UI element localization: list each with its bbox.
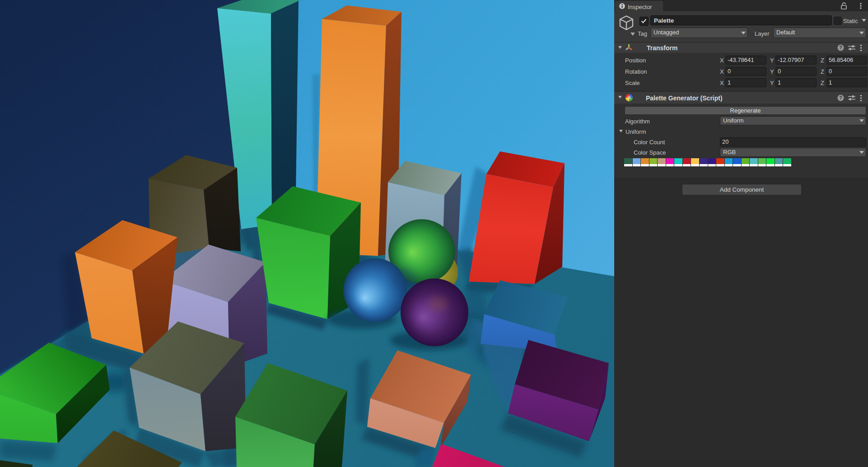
svg-text:?: ? xyxy=(839,45,842,50)
svg-text:?: ? xyxy=(839,95,842,100)
